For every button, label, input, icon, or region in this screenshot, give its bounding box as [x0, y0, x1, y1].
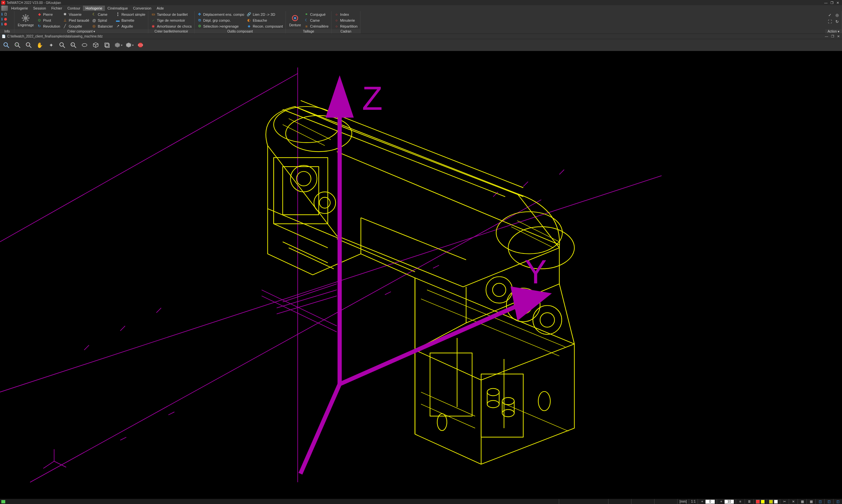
doc-close-button[interactable]: ✕ — [836, 35, 841, 38]
zoom-fit-button[interactable] — [2, 41, 11, 49]
val2-field[interactable]: 10 — [724, 500, 734, 504]
svg-text:−: − — [27, 43, 28, 46]
info3-icon[interactable]: ℹ — [1, 22, 3, 26]
group-action-label[interactable]: Action ▾ — [825, 29, 842, 34]
engrenage-button[interactable]: Engrenage — [16, 12, 36, 29]
menu-fichier[interactable]: Fichier — [49, 5, 65, 11]
menu-horlogerie[interactable]: Horlogerie — [83, 5, 105, 11]
swatch-red[interactable] — [756, 500, 760, 504]
ressort-simple-button[interactable]: ╏Ressort simple — [115, 12, 145, 17]
came2-button[interactable]: ☾Came — [304, 18, 328, 23]
lines-toggle-2[interactable]: ≣ — [747, 499, 752, 504]
stop-icon[interactable]: ⬣ — [4, 17, 7, 21]
grid-toggle-1[interactable]: ▦ — [800, 499, 805, 504]
maximize-button[interactable]: ❐ — [829, 1, 835, 5]
expand-icon[interactable]: ⛶ — [827, 19, 832, 24]
zoom-window-button[interactable] — [58, 41, 67, 49]
denture-button[interactable]: Denture — [287, 12, 303, 29]
info2-icon[interactable]: ℹ — [1, 17, 3, 21]
svg-line-40 — [156, 308, 161, 313]
app-logo — [1, 5, 8, 11]
tambour-barillet-button[interactable]: ▭Tambour de barillet — [151, 12, 192, 17]
target-icon[interactable]: ◎ — [835, 13, 840, 18]
svg-line-49 — [54, 461, 67, 467]
new-doc-icon[interactable]: 🗋 — [4, 12, 7, 16]
goupille-button[interactable]: ╱Goupille — [63, 24, 89, 29]
cube-drop-button[interactable]: ▾ — [114, 41, 122, 49]
aiguille-button[interactable]: ↗Aiguille — [115, 24, 145, 29]
cube-wire-button[interactable] — [103, 41, 111, 49]
zoom-prev-button[interactable]: 1 — [69, 41, 78, 49]
zoom-in-button[interactable]: + — [13, 41, 22, 49]
cube-solid-button[interactable]: ▾ — [125, 41, 133, 49]
amortisseur-button[interactable]: ◉Amortisseur de chocs — [151, 24, 192, 29]
spiral-button[interactable]: @Spiral — [92, 18, 113, 23]
svg-line-31 — [0, 176, 661, 392]
pied-taraude-button[interactable]: ⊥Pied taraudé — [63, 18, 89, 23]
sphere-red-button[interactable] — [136, 41, 145, 49]
plus-button[interactable]: + — [700, 499, 704, 504]
doc-maximize-button[interactable]: ❐ — [830, 35, 835, 38]
cut-button[interactable]: ✂ — [782, 499, 787, 504]
menu-session[interactable]: Session — [31, 5, 49, 11]
pivot-button[interactable]: ⊙Pivot — [37, 18, 60, 23]
grid-toggle-2[interactable]: ▦ — [809, 499, 813, 504]
cube-toggle-2[interactable]: ◫ — [826, 499, 831, 504]
swatch-yellow2[interactable] — [769, 500, 773, 504]
swatch-white[interactable] — [774, 500, 778, 504]
svg-line-87 — [361, 218, 466, 260]
cremaillere-button[interactable]: ≡Crémaillère — [304, 24, 328, 29]
came-button[interactable]: ☾Came — [92, 12, 113, 17]
check-icon[interactable]: ✓ — [827, 13, 832, 18]
tige-remontoir-button[interactable]: ⟋Tige de remontoir — [151, 18, 192, 23]
lien-2d3d-button[interactable]: 🔗Lien 2D -> 3D — [247, 12, 283, 17]
group-creer-composant-label[interactable]: Créer composant ▾ — [15, 29, 148, 34]
cube-toggle-1[interactable]: ◫ — [818, 499, 822, 504]
menu-conversion[interactable]: Conversion — [130, 5, 154, 11]
menu-cinematique[interactable]: Cinématique — [105, 5, 130, 11]
menu-contour[interactable]: Contour — [65, 5, 83, 11]
rotate-button[interactable]: ✦ — [47, 41, 55, 49]
x-button[interactable]: ✕ — [791, 499, 795, 504]
stop2-icon[interactable]: ⬣ — [4, 22, 7, 26]
ebauche-button[interactable]: ◐Ebauche — [247, 18, 283, 23]
conjugue-button[interactable]: ⚭Conjugué — [304, 12, 328, 17]
pathbar: 📄 C:\tellwatch_2022_client_final\samples… — [0, 34, 842, 39]
pierre-button[interactable]: ◆Pierre — [37, 12, 60, 17]
box-3d-button[interactable] — [91, 41, 100, 49]
viewport[interactable]: Z Y — [0, 51, 842, 499]
plus2-button[interactable]: + — [719, 499, 723, 504]
zoom-out-button[interactable]: − — [24, 41, 33, 49]
refresh-icon[interactable]: ↻ — [835, 19, 840, 24]
svg-line-14 — [18, 46, 20, 48]
menu-horlogerie-0[interactable]: Horlogerie — [8, 5, 31, 11]
move-icon: ✥ — [197, 12, 202, 17]
cube-toggle-3[interactable]: ◫ — [836, 499, 840, 504]
selection-engrenage-button[interactable]: ⚙Sélection->engrenage — [197, 24, 244, 29]
swatch-yellow[interactable] — [761, 500, 765, 504]
depl-grp-button[interactable]: ⧉Dépl. grp compo. — [197, 18, 244, 23]
revolution-button[interactable]: ↻Revolution — [37, 24, 60, 29]
minimize-button[interactable]: — — [823, 1, 829, 5]
minuterie-button[interactable]: ○Minuterie — [334, 18, 358, 23]
visserie-button[interactable]: ✱Visserie — [63, 12, 89, 17]
balancier-button[interactable]: ◎Balancier — [92, 24, 113, 29]
val1-field[interactable]: 0 — [705, 500, 715, 504]
pan-button[interactable]: ✋ — [36, 41, 44, 49]
svg-point-66 — [506, 288, 540, 322]
recon-composant-button[interactable]: ◈Recon. composant — [247, 24, 283, 29]
info-icon[interactable]: ℹ — [1, 12, 3, 16]
barrette-button[interactable]: ▬Barrette — [115, 18, 145, 23]
repartition-button[interactable]: ○Répartition — [334, 24, 358, 29]
svg-point-78 — [487, 389, 499, 396]
svg-line-88 — [337, 239, 415, 272]
close-button[interactable]: ✕ — [835, 1, 841, 5]
svg-line-44 — [120, 437, 126, 440]
deplacement-button[interactable]: ✥Déplacement ens. compo — [197, 12, 244, 17]
doc-minimize-button[interactable]: — — [824, 35, 829, 38]
lines-toggle[interactable]: ≡ — [738, 499, 743, 504]
zoom-region-button[interactable] — [80, 41, 89, 49]
index-button[interactable]: ○Index — [334, 12, 358, 17]
menu-aide[interactable]: Aide — [154, 5, 166, 11]
svg-line-42 — [523, 182, 528, 187]
